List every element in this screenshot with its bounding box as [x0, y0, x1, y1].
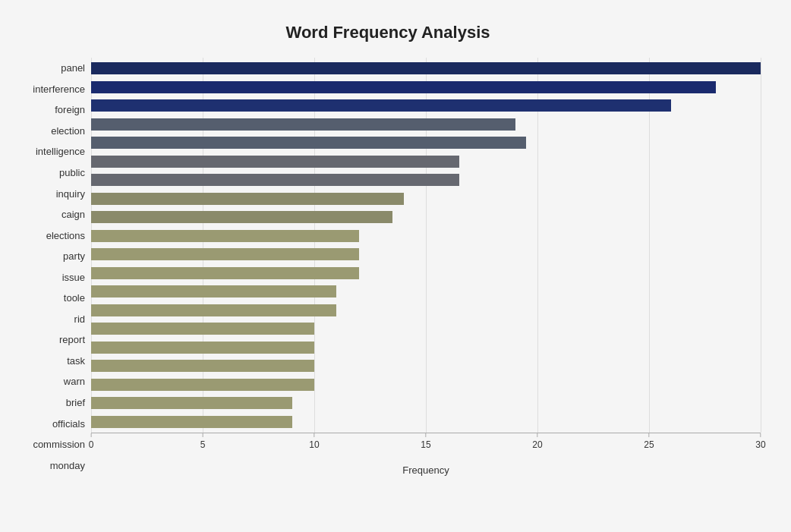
- bar: [91, 323, 314, 335]
- x-tick-line: [314, 433, 314, 437]
- y-label: public: [59, 168, 85, 178]
- bar: [91, 342, 314, 354]
- bar: [91, 99, 671, 112]
- bars-wrapper: [91, 58, 761, 433]
- bar-row: [91, 59, 761, 78]
- bar-row: [91, 376, 761, 395]
- bar-row: [91, 96, 761, 115]
- x-tick: 15: [421, 433, 430, 450]
- bar: [91, 379, 314, 391]
- x-tick-label: 15: [421, 439, 430, 450]
- x-tick-line: [425, 433, 426, 437]
- bar-row: [91, 78, 761, 97]
- x-tick: 10: [309, 433, 319, 450]
- x-tick: 30: [755, 433, 765, 450]
- bar: [91, 62, 761, 74]
- y-label: caign: [61, 209, 85, 219]
- bars-and-xaxis: 051015202530 Frequency: [91, 58, 761, 476]
- bar-row: [91, 394, 761, 413]
- x-tick: 0: [89, 433, 94, 450]
- y-label: officials: [52, 419, 85, 429]
- y-label: foreign: [55, 105, 85, 115]
- bars-area: [91, 58, 761, 433]
- x-tick-line: [760, 433, 761, 437]
- x-tick-label: 25: [644, 439, 654, 450]
- bar-row: [91, 171, 761, 190]
- chart-area: panelinterferenceforeignelectionintellig…: [15, 58, 761, 476]
- y-label: party: [63, 251, 85, 261]
- bar-row: [91, 413, 761, 432]
- bar: [91, 193, 404, 205]
- y-label: issue: [62, 272, 85, 282]
- y-label: toole: [64, 293, 85, 303]
- y-label: brief: [66, 398, 85, 408]
- bar: [91, 416, 292, 428]
- x-tick-label: 0: [89, 439, 94, 450]
- bar: [91, 174, 459, 186]
- grid-line: [761, 58, 761, 433]
- x-axis: 051015202530: [91, 433, 761, 463]
- x-tick-label: 10: [309, 439, 319, 450]
- x-axis-title: Frequency: [91, 464, 761, 476]
- y-label: intelligence: [36, 146, 85, 156]
- bar-row: [91, 115, 761, 134]
- y-label: rid: [74, 314, 85, 324]
- y-label: monday: [50, 461, 85, 471]
- y-label: task: [67, 356, 85, 366]
- y-label: panel: [61, 63, 85, 73]
- chart-container: Word Frequency Analysis panelinterferenc…: [0, 0, 791, 532]
- x-tick-line: [202, 433, 203, 437]
- x-tick: 20: [532, 433, 542, 450]
- x-tick-label: 30: [755, 439, 765, 450]
- bar: [91, 285, 336, 297]
- bar: [91, 360, 314, 372]
- bar-row: [91, 282, 761, 301]
- bar: [91, 248, 359, 260]
- bar-row: [91, 245, 761, 264]
- bar: [91, 211, 392, 223]
- y-labels: panelinterferenceforeignelectionintellig…: [15, 58, 91, 476]
- x-tick-line: [537, 433, 537, 437]
- y-label: interference: [33, 84, 85, 94]
- y-label: inquiry: [56, 189, 85, 199]
- bar: [91, 304, 336, 316]
- bar: [91, 137, 526, 149]
- x-tick: 5: [200, 433, 206, 450]
- y-label: election: [51, 126, 85, 136]
- chart-title: Word Frequency Analysis: [15, 15, 761, 42]
- bar-row: [91, 227, 761, 246]
- bar: [91, 156, 459, 168]
- bar: [91, 230, 359, 242]
- x-tick-label: 5: [200, 439, 206, 450]
- x-tick-line: [91, 433, 92, 437]
- bar-row: [91, 357, 761, 376]
- x-tick: 25: [644, 433, 654, 450]
- bar-row: [91, 338, 761, 357]
- bar-row: [91, 153, 761, 172]
- bar-row: [91, 190, 761, 209]
- bar-row: [91, 301, 761, 320]
- y-label: commission: [33, 439, 85, 449]
- bar: [91, 267, 359, 279]
- x-tick-label: 20: [532, 439, 542, 450]
- bar-row: [91, 208, 761, 227]
- bar-row: [91, 134, 761, 153]
- bar: [91, 81, 716, 93]
- bar-row: [91, 320, 761, 338]
- bar: [91, 397, 292, 409]
- y-label: elections: [46, 231, 85, 241]
- x-tick-line: [648, 433, 649, 437]
- bar: [91, 118, 515, 131]
- bar-row: [91, 264, 761, 283]
- y-label: report: [59, 335, 85, 345]
- y-label: warn: [64, 376, 85, 386]
